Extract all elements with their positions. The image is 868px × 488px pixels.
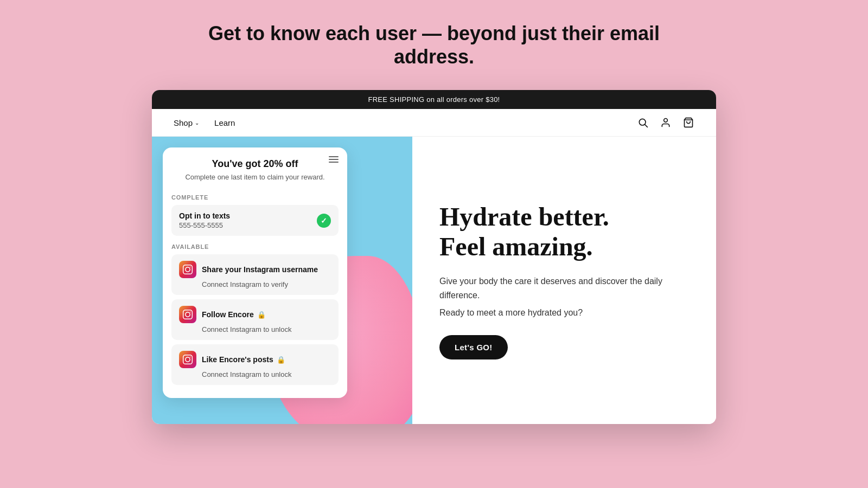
follow-encore-sub: Connect Instagram to unlock bbox=[179, 325, 331, 333]
available-item-top-2: Follow Encore 🔒 bbox=[179, 306, 331, 323]
svg-point-8 bbox=[186, 312, 190, 317]
reward-widget: You've got 20% off Complete one last ite… bbox=[163, 147, 347, 398]
widget-body: COMPLETE Opt in to texts 555-555-5555 AV… bbox=[163, 194, 347, 398]
instagram-icon-3 bbox=[179, 351, 196, 368]
lock-icon-2: 🔒 bbox=[257, 311, 266, 319]
nav-left: Shop ⌄ Learn bbox=[174, 118, 235, 127]
checkmark-icon bbox=[317, 214, 331, 228]
nav-learn[interactable]: Learn bbox=[214, 118, 235, 127]
svg-point-5 bbox=[186, 267, 190, 272]
hero-title: Hydrate better.Feel amazing. bbox=[439, 202, 689, 261]
menu-icon[interactable] bbox=[329, 156, 339, 163]
svg-point-11 bbox=[186, 357, 190, 362]
cart-icon[interactable] bbox=[682, 117, 694, 129]
search-icon[interactable] bbox=[637, 117, 649, 129]
complete-item-sub: 555-555-5555 bbox=[179, 221, 230, 229]
widget-title: You've got 20% off bbox=[174, 158, 336, 170]
instagram-icon-1 bbox=[179, 261, 196, 278]
nav-learn-label: Learn bbox=[214, 118, 235, 127]
svg-point-2 bbox=[664, 119, 668, 123]
lock-icon-3: 🔒 bbox=[277, 356, 285, 364]
available-item-share-instagram[interactable]: Share your Instagram username Connect In… bbox=[171, 254, 339, 295]
svg-line-1 bbox=[645, 125, 648, 127]
like-encore-title: Like Encore's posts 🔒 bbox=[202, 355, 285, 364]
page-headline: Get to know each user — beyond just thei… bbox=[190, 22, 678, 68]
instagram-icon-2 bbox=[179, 306, 196, 323]
svg-rect-4 bbox=[183, 265, 193, 274]
share-instagram-title: Share your Instagram username bbox=[202, 265, 318, 274]
available-item-top-3: Like Encore's posts 🔒 bbox=[179, 351, 331, 368]
cta-button[interactable]: Let's GO! bbox=[439, 335, 508, 359]
share-instagram-sub: Connect Instagram to verify bbox=[179, 280, 331, 288]
promo-text: FREE SHIPPING on all orders over $30! bbox=[368, 95, 500, 104]
available-section-label: AVAILABLE bbox=[171, 243, 339, 250]
main-content: You've got 20% off Complete one last ite… bbox=[152, 137, 716, 424]
svg-rect-10 bbox=[183, 355, 193, 364]
svg-point-9 bbox=[190, 312, 191, 313]
complete-section-label: COMPLETE bbox=[171, 194, 339, 201]
follow-encore-title: Follow Encore 🔒 bbox=[202, 310, 266, 319]
widget-subtitle: Complete one last item to claim your rew… bbox=[174, 173, 336, 181]
nav-shop[interactable]: Shop ⌄ bbox=[174, 118, 199, 127]
svg-rect-7 bbox=[183, 310, 193, 319]
like-encore-sub: Connect Instagram to unlock bbox=[179, 370, 331, 378]
svg-point-12 bbox=[190, 357, 191, 358]
hero-desc: Give your body the care it deserves and … bbox=[439, 274, 689, 302]
browser-window: FREE SHIPPING on all orders over $30! Sh… bbox=[152, 90, 716, 424]
complete-item-title: Opt in to texts bbox=[179, 211, 230, 220]
nav-right bbox=[637, 117, 694, 129]
nav-shop-label: Shop bbox=[174, 118, 193, 127]
available-item-like-encore[interactable]: Like Encore's posts 🔒 Connect Instagram … bbox=[171, 344, 339, 385]
complete-item: Opt in to texts 555-555-5555 bbox=[171, 205, 339, 236]
right-panel: Hydrate better.Feel amazing. Give your b… bbox=[412, 137, 716, 424]
hero-sub: Ready to meet a more hydrated you? bbox=[439, 308, 689, 318]
widget-header: You've got 20% off Complete one last ite… bbox=[163, 147, 347, 187]
complete-item-text: Opt in to texts 555-555-5555 bbox=[179, 211, 230, 229]
chevron-down-icon: ⌄ bbox=[195, 120, 199, 126]
available-item-follow-encore[interactable]: Follow Encore 🔒 Connect Instagram to unl… bbox=[171, 299, 339, 340]
available-item-top-1: Share your Instagram username bbox=[179, 261, 331, 278]
account-icon[interactable] bbox=[660, 117, 672, 129]
left-panel: You've got 20% off Complete one last ite… bbox=[152, 137, 412, 424]
nav-bar: Shop ⌄ Learn bbox=[152, 109, 716, 137]
svg-point-6 bbox=[190, 267, 191, 268]
promo-banner: FREE SHIPPING on all orders over $30! bbox=[152, 90, 716, 109]
